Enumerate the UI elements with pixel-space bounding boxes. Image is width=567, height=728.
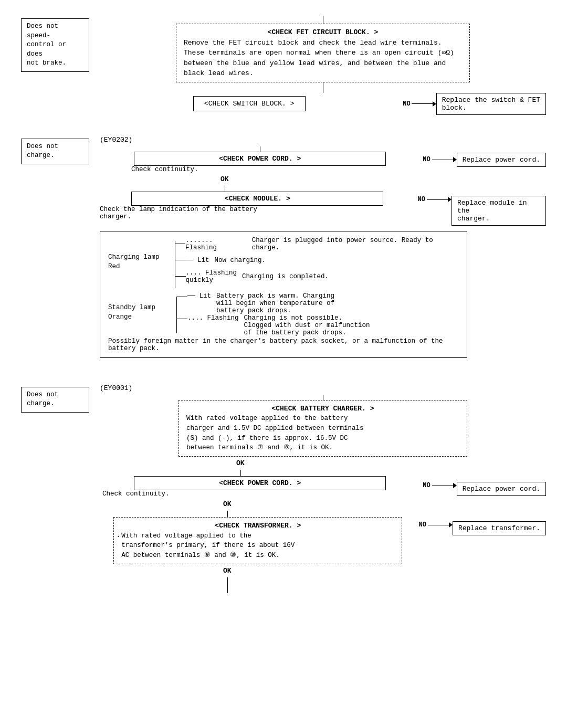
standby-lit-branch: —— Lit Battery pack is warm. Charging wi… [177,292,370,314]
model-label: (EY0202) [100,136,132,144]
vline-ok3-3 [227,577,228,593]
flashing-branch: ....... Flashing Charger is plugged into… [175,237,459,251]
lit-branch: —— Lit Now charging. [175,257,459,264]
branch-h1 [175,244,185,244]
no-arrow-power3 [453,483,457,488]
no-branch-power2: NO Replace power cord. [423,153,546,167]
branch-h3 [175,276,186,277]
lit-label: —— Lit [186,257,209,264]
no-label-2: NO [423,156,430,163]
section2-ey0202: Does not charge. (EY0202) <CHECK POWER C… [21,136,546,358]
power-cord-result-3-label: Replace power cord. [463,485,540,493]
transformer-result-box: Replace transformer. [453,521,546,535]
transformer-title: <CHECK TRANSFORMER. > [121,521,394,531]
switch-result: Replace the switch & FET block. [442,96,540,112]
no-arrow [433,101,436,107]
standby-flashing-desc: Charging is not possible. Clogged with d… [244,314,370,336]
fet-circuit-block: <CHECK FET CIRCUIT BLOCK. > Remove the F… [176,24,470,82]
power-cord-row-3: <CHECK POWER CORD. > Check continuity. N… [100,476,546,498]
standby-h2 [177,319,187,319]
fet-title: <CHECK FET CIRCUIT BLOCK. > [184,27,462,38]
flashing-quickly-label: .... Flashing quickly [186,269,237,284]
model-ey0001: (EY0001) [100,384,132,392]
no-branch-switch: NO Replace the switch & FET block. [403,93,546,115]
branch-h2 [175,260,186,260]
module-result-box: Replace module in the charger. [452,196,546,226]
section1-fet-switch: Does not speed- control or does not brak… [21,16,546,115]
check-continuity-3: Check continuity. [102,490,170,498]
power-cord-result-3: Replace power cord. [457,482,546,496]
ok-1-2: OK [220,175,229,183]
ok-label-3-3: OK [223,567,232,575]
flashing-label: ....... Flashing [185,237,247,251]
check-continuity-2: Check continuity. [131,166,198,173]
model-ey0202: (EY0202) [100,136,132,144]
fet-desc: Remove the FET circuit block and check t… [184,38,462,79]
switch-result-box: Replace the switch & FET block. [436,93,546,115]
no-hline-transformer [428,525,449,525]
connector-v2 [323,82,323,93]
standby-h1 [177,297,187,297]
no-arrow-2 [453,157,457,162]
section3-ey0001: Does not charge. (EY0001) <CHECK BATTERY… [21,384,546,593]
no-label-switch: NO [403,100,410,108]
vline-ok2-3 [227,511,228,517]
no-arrow-transformer [449,522,453,527]
no-hline-2 [432,160,453,160]
vline-ok1-3 [240,470,241,476]
no-label-power3: NO [423,482,430,489]
section3-left-label: Does not charge. [21,387,89,413]
switch-title: <CHECK SWITCH BLOCK. > [204,100,295,108]
bullet-dot: · [116,531,120,542]
standby-flashing-label: .... Flashing [187,314,239,322]
standby-flashing-branch: .... Flashing Charging is not possible. … [177,314,370,336]
switch-block: <CHECK SWITCH BLOCK. > [193,96,306,111]
no-branch-transformer: NO Replace transformer. [419,521,546,535]
ok-2-3: OK [223,500,232,508]
section2-left-label: Does not charge. [21,139,89,164]
lit-desc: Now charging. [215,257,266,264]
module-desc: Check the lamp indication of the battery… [100,206,257,220]
no-branch-power3: NO Replace power cord. [423,482,546,496]
flashing-quickly-branch: .... Flashing quickly Charging is comple… [175,269,459,284]
ok-label-3-2: OK [223,500,232,508]
foreign-matter-note: Possibly foreign matter in the charger's… [108,337,459,352]
transformer-row: <CHECK TRANSFORMER. > With rated voltage… [100,517,546,564]
standby-lit-desc: Battery pack is warm. Charging will begi… [216,292,334,314]
transformer-result-label: Replace transformer. [458,524,540,532]
power-cord-row: <CHECK POWER CORD. > Check continuity. N… [100,146,546,173]
battery-charger-title: <CHECK BATTERY CHARGER. > [186,404,459,414]
charging-lamp-label: Charging lamp Red [108,237,175,272]
module-row: <CHECK MODULE. > Check the lamp indicati… [100,192,546,226]
module-title: <CHECK MODULE. > [142,195,372,203]
no-hline [412,103,433,104]
charging-section-box: Charging lamp Red ....... Flashing Charg… [100,231,467,358]
v-line-ok1 [225,185,225,192]
model-label-3: (EY0001) [100,384,132,392]
ok-label-3-1: OK [236,459,245,467]
power-cord-result-label: Replace power cord. [463,156,540,164]
battery-charger-desc: With rated voltage applied to the batter… [186,414,459,453]
standby-lamp-label: Standby lamp Orange [108,292,176,323]
no-hline-module [427,199,448,200]
no-arrow-module [448,197,452,202]
module-block: <CHECK MODULE. > [131,192,383,206]
ok-3-3: OK [223,567,232,575]
battery-charger-row: <CHECK BATTERY CHARGER. > With rated vol… [100,395,546,457]
power-cord-block-3: <CHECK POWER CORD. > [134,476,386,490]
vline-bc [323,395,323,400]
power-cord-title-3: <CHECK POWER CORD. > [145,479,375,487]
power-cord-block-2: <CHECK POWER CORD. > [134,152,386,166]
flashing-quickly-desc: Charging is completed. [242,273,329,280]
ok-1-3: OK [236,459,245,467]
no-label-transformer: NO [419,521,426,529]
flashing-desc: Charger is plugged into power source. Re… [252,237,459,251]
standby-lit-label: —— Lit [187,292,211,300]
module-result-label: Replace module in the charger. [457,199,527,223]
section1-left-label: Does not speed- control or does not brak… [21,18,89,72]
no-label-module: NO [418,196,425,203]
connector-v1 [323,16,323,24]
no-hline-power3 [432,486,453,486]
charging-lamp-section: Charging lamp Red ....... Flashing Charg… [108,237,459,288]
power-cord-title-2: <CHECK POWER CORD. > [145,155,375,163]
